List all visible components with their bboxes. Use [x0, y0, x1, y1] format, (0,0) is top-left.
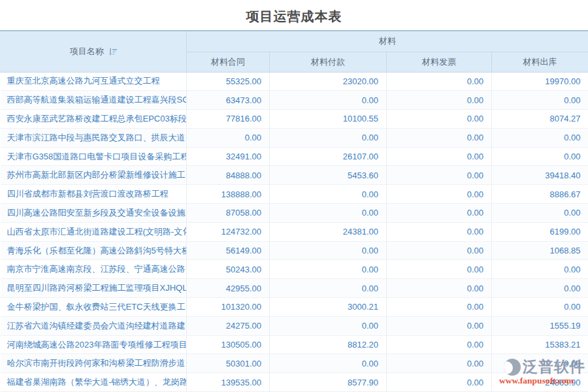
column-header-project-name[interactable]: 项目名称	[1, 31, 187, 72]
value-cell-contract: 124732.00	[187, 222, 270, 241]
column-header-2: 材料发票	[387, 52, 492, 72]
value-cell-payment: 24381.00	[270, 222, 387, 241]
table-row: 南京市宁淮高速南京段、江苏段、宁通高速公路50243.000.000.000.0…	[1, 260, 588, 279]
value-cell-outbound: 39418.40	[492, 166, 588, 185]
value-cell-invoice: 0.00	[387, 91, 492, 110]
value-cell-payment: 8812.20	[270, 335, 387, 354]
table-row: 西部高等航道集装箱运输通道建设工程嘉兴段SG63473.000.000.000.…	[1, 91, 588, 110]
value-cell-payment: 0.00	[270, 204, 387, 223]
cost-table: 项目名称 材料 材料合同材料付款材料发票材料出库 重庆至北京高速公路九河互通	[0, 30, 588, 392]
project-name-cell[interactable]: 南京市宁淮高速南京段、江苏段、宁通高速公路	[1, 260, 187, 279]
value-cell-invoice: 0.00	[387, 335, 492, 354]
project-name-cell[interactable]: 重庆至北京高速公路九河互通式立交工程	[1, 72, 187, 91]
value-cell-contract: 42955.00	[187, 279, 270, 298]
value-cell-contract: 50301.00	[187, 354, 270, 373]
table-row: 天津市滨江路中段与惠民路交叉路口、拱辰大道0.000.000.000.00	[1, 128, 588, 147]
project-name-cell[interactable]: 四川省成都市新都县刘营渡口渡改路桥工程	[1, 185, 187, 204]
value-cell-contract: 84888.00	[187, 166, 270, 185]
table-body: 重庆至北京高速公路九河互通式立交工程55325.0023020.000.0019…	[1, 72, 588, 392]
value-cell-payment: 5453.60	[270, 166, 387, 185]
value-cell-payment: 0.00	[270, 260, 387, 279]
project-name-cell[interactable]: 天津市G358国道路口电警卡口项目设备采购工程	[1, 147, 187, 166]
value-cell-payment: 0.00	[270, 128, 387, 147]
project-name-cell[interactable]: 苏州市高新北部新区内部分桥梁新维修设计施工	[1, 166, 187, 185]
value-cell-outbound: 0.00	[492, 204, 588, 223]
value-cell-outbound: 0.00	[492, 260, 588, 279]
value-cell-invoice: 0.00	[387, 222, 492, 241]
value-cell-payment: 0.00	[270, 279, 387, 298]
project-name-cell[interactable]: 西部高等航道集装箱运输通道建设工程嘉兴段SG	[1, 91, 187, 110]
value-cell-outbound: 1068.85	[492, 241, 588, 260]
value-cell-outbound: 0.00	[492, 354, 588, 373]
value-cell-outbound: 8886.67	[492, 185, 588, 204]
table-row: 金牛桥梁护国、叙永收费站三代ETC天线更换工101320.003000.210.…	[1, 298, 588, 317]
value-cell-invoice: 0.00	[387, 260, 492, 279]
value-cell-invoice: 0.00	[387, 279, 492, 298]
value-cell-invoice: 0.00	[387, 110, 492, 129]
value-cell-contract: 101320.00	[187, 298, 270, 317]
table-row: 西安永康至武艺路桥改建工程总承包EPC03标段77816.0010100.550…	[1, 110, 588, 129]
value-cell-contract: 138888.00	[187, 185, 270, 204]
project-name-cell[interactable]: 青海乐化（乐都至化隆）高速公路斜沟5号特大桥	[1, 241, 187, 260]
value-cell-contract: 139535.00	[187, 373, 270, 392]
project-name-cell[interactable]: 四川高速公路阳安至新乡段及交通安全设备设施	[1, 204, 187, 223]
value-cell-outbound: 19970.00	[492, 72, 588, 91]
value-cell-contract: 50243.00	[187, 260, 270, 279]
value-cell-outbound: 0.00	[492, 91, 588, 110]
table-row: 山西省太原市汇通北街道路建设工程(文明路-文化124732.0024381.00…	[1, 222, 588, 241]
value-cell-payment: 0.00	[270, 354, 387, 373]
table-row: 福建省巢湖南路（繁华大道-锦绣大道）、龙岗路139535.008577.900.…	[1, 373, 588, 392]
value-cell-payment: 0.00	[270, 316, 387, 335]
project-name-cell[interactable]: 天津市滨江路中段与惠民路交叉路口、拱辰大道	[1, 128, 187, 147]
value-cell-outbound: 0.00	[492, 128, 588, 147]
value-cell-payment: 26107.00	[270, 147, 387, 166]
project-name-cell[interactable]: 哈尔滨市南开街段跨何家和沟桥梁工程防滑步道	[1, 354, 187, 373]
value-cell-contract: 77816.00	[187, 110, 270, 129]
value-cell-invoice: 0.00	[387, 204, 492, 223]
project-name-cell[interactable]: 福建省巢湖南路（繁华大道-锦绣大道）、龙岗路	[1, 373, 187, 392]
project-name-header-label: 项目名称	[70, 46, 104, 56]
value-cell-payment: 10100.55	[270, 110, 387, 129]
value-cell-outbound: 24865.90	[492, 373, 588, 392]
page-title: 项目运营成本表	[0, 0, 588, 30]
table-row: 重庆至北京高速公路九河互通式立交工程55325.0023020.000.0019…	[1, 72, 588, 91]
value-cell-payment: 0.00	[270, 241, 387, 260]
table-row: 哈尔滨市南开街段跨何家和沟桥梁工程防滑步道50301.000.000.000.0…	[1, 354, 588, 373]
table-row: 天津市G358国道路口电警卡口项目设备采购工程32491.0026107.000…	[1, 147, 588, 166]
project-name-cell[interactable]: 西安永康至武艺路桥改建工程总承包EPC03标段	[1, 110, 187, 129]
table-row: 四川高速公路阳安至新乡段及交通安全设备设施87058.000.000.000.0…	[1, 204, 588, 223]
value-cell-contract: 130505.00	[187, 335, 270, 354]
value-cell-outbound: 0.00	[492, 298, 588, 317]
table-header: 项目名称 材料 材料合同材料付款材料发票材料出库	[1, 31, 588, 72]
value-cell-outbound: 8074.27	[492, 110, 588, 129]
project-name-cell[interactable]: 江苏省六道沟镇经建委员会六道沟经建村道路建	[1, 316, 187, 335]
value-cell-invoice: 0.00	[387, 185, 492, 204]
project-name-cell[interactable]: 河南绕城高速公路2023年路面专项维修工程项目	[1, 335, 187, 354]
project-name-cell[interactable]: 山西省太原市汇通北街道路建设工程(文明路-文化	[1, 222, 187, 241]
value-cell-outbound: 1555.19	[492, 316, 588, 335]
value-cell-contract: 87058.00	[187, 204, 270, 223]
report-page: 项目运营成本表 项目名称	[0, 0, 588, 392]
value-cell-payment: 23020.00	[270, 72, 387, 91]
value-cell-invoice: 0.00	[387, 166, 492, 185]
value-cell-contract: 56149.00	[187, 241, 270, 260]
project-name-cell[interactable]: 昆明至四川路跨河桥梁工程施工监理项目XJHQL	[1, 279, 187, 298]
sort-icon[interactable]	[109, 48, 117, 57]
table-row: 江苏省六道沟镇经建委员会六道沟经建村道路建24275.000.000.00155…	[1, 316, 588, 335]
value-cell-outbound: 6199.00	[492, 222, 588, 241]
value-cell-contract: 63473.00	[187, 91, 270, 110]
value-cell-outbound: 0.00	[492, 147, 588, 166]
value-cell-invoice: 0.00	[387, 241, 492, 260]
value-cell-payment: 0.00	[270, 185, 387, 204]
column-header-1: 材料付款	[270, 52, 387, 72]
value-cell-invoice: 0.00	[387, 298, 492, 317]
value-cell-payment: 0.00	[270, 91, 387, 110]
value-cell-invoice: 0.00	[387, 316, 492, 335]
value-cell-contract: 24275.00	[187, 316, 270, 335]
value-cell-invoice: 0.00	[387, 147, 492, 166]
column-header-3: 材料出库	[492, 52, 588, 72]
table-row: 昆明至四川路跨河桥梁工程施工监理项目XJHQL42955.000.000.000…	[1, 279, 588, 298]
column-header-0: 材料合同	[187, 52, 270, 72]
project-name-cell[interactable]: 金牛桥梁护国、叙永收费站三代ETC天线更换工	[1, 298, 187, 317]
value-cell-invoice: 0.00	[387, 354, 492, 373]
